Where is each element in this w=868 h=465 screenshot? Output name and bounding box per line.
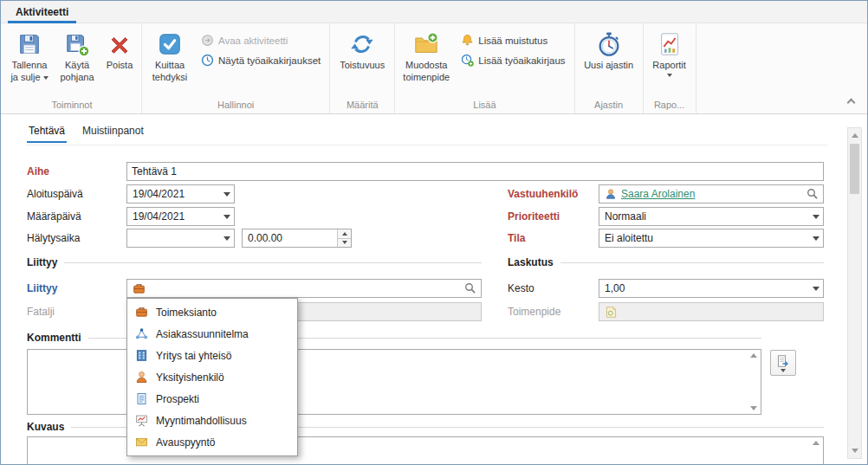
menu-item-label: Yritys tai yhteisö xyxy=(156,350,231,362)
due-date-value: 19/04/2021 xyxy=(127,210,219,223)
status-label: Tila xyxy=(508,229,525,248)
ribbon-group-label: Rapo... xyxy=(644,100,696,113)
status-select[interactable]: Ei aloitettu xyxy=(599,229,824,248)
recurrence-button[interactable]: Toistuvuus xyxy=(333,27,392,74)
ribbon-spacer xyxy=(696,23,867,113)
form-tabs: Tehtävä Muistiinpanot xyxy=(27,121,146,143)
duration-value: 1,00 xyxy=(599,282,808,294)
scrollbar-down-button[interactable] xyxy=(848,444,861,457)
alarm-time-dropdown-button[interactable] xyxy=(219,229,234,247)
add-reminder-button[interactable]: Lisää muistutus xyxy=(457,32,569,48)
add-time-entry-button[interactable]: Lisää työaikakirjaus xyxy=(457,52,569,68)
small-button-stack: Lisää muistutus Lisää työaikakirjaus xyxy=(455,27,571,68)
show-time-entries-button[interactable]: Näytä työaikakirjaukset xyxy=(197,52,325,68)
envelope-icon xyxy=(135,436,148,449)
new-timer-label: Uusi ajastin xyxy=(584,60,633,70)
group-content: Toistuvuus xyxy=(330,23,394,100)
description-scrollbar[interactable] xyxy=(809,437,823,464)
scroll-up-icon xyxy=(852,133,858,138)
window-scrollbar[interactable] xyxy=(847,127,862,459)
menu-item-avauspyynto[interactable]: Avauspyyntö xyxy=(127,431,297,453)
mark-done-button[interactable]: Kuittaa tehdyksi xyxy=(145,27,195,87)
scrollbar-thumb[interactable] xyxy=(850,144,859,194)
spin-up-button[interactable] xyxy=(338,229,351,238)
comment-actions-button[interactable] xyxy=(770,350,796,376)
briefcase-icon[interactable] xyxy=(133,282,146,295)
collapse-ribbon-button[interactable] xyxy=(845,96,857,107)
delete-button[interactable]: Poista xyxy=(100,27,139,74)
open-activity-icon xyxy=(201,34,214,47)
presentation-chart-icon xyxy=(135,414,148,427)
folder-plus-icon xyxy=(413,31,439,57)
related-section-header: Liittyy xyxy=(27,255,482,269)
briefcase-icon xyxy=(135,306,148,319)
menu-item-prospekti[interactable]: Prospekti xyxy=(127,388,297,410)
related-type-menu: Toimeksianto Asiakassuunnitelma Yritys t… xyxy=(126,298,298,456)
create-action-button[interactable]: Muodosta toimenpide xyxy=(398,27,455,87)
chevron-down-icon xyxy=(223,192,230,197)
save-and-close-label: Tallenna ja sulje xyxy=(10,60,47,82)
status-dropdown-button[interactable] xyxy=(808,229,823,247)
group-content: Raportit xyxy=(644,23,696,100)
alarm-time-spinner[interactable]: 0.00.00 xyxy=(242,229,352,248)
save-template-icon xyxy=(64,31,90,57)
priority-dropdown-button[interactable] xyxy=(808,208,823,225)
scroll-up-icon[interactable] xyxy=(750,353,757,358)
new-timer-button[interactable]: Uusi ajastin xyxy=(578,27,640,74)
section-rule xyxy=(560,262,824,263)
small-button-stack: Avaa aktiviteetti Näytä työaikakirjaukse… xyxy=(195,27,327,68)
chevron-down-icon xyxy=(813,236,819,241)
start-date-select[interactable]: 19/04/2021 xyxy=(126,184,235,203)
scroll-up-icon[interactable] xyxy=(813,441,819,445)
alarm-time-select[interactable] xyxy=(126,229,235,248)
report-chart-icon xyxy=(657,31,683,57)
responsible-person-field[interactable]: Saara Arolainen xyxy=(599,184,824,203)
chevron-down-icon xyxy=(223,236,230,241)
due-date-dropdown-button[interactable] xyxy=(219,208,234,225)
menu-item-myyntimahdollisuus[interactable]: Myyntimahdollisuus xyxy=(127,410,297,431)
ribbon-group-label: Ajastin xyxy=(575,100,643,113)
menu-item-label: Yksityishenkilö xyxy=(156,371,224,384)
search-icon[interactable] xyxy=(806,188,819,200)
tabs-divider xyxy=(25,145,827,145)
show-time-entries-label: Näytä työaikakirjaukset xyxy=(218,55,321,66)
scroll-down-icon xyxy=(852,449,858,453)
menu-item-toimeksianto[interactable]: Toimeksianto xyxy=(127,301,297,323)
reports-button[interactable]: Raportit xyxy=(646,27,693,80)
tab-tehtava[interactable]: Tehtävä xyxy=(27,121,67,143)
tab-muistiinpanot[interactable]: Muistiinpanot xyxy=(81,121,146,143)
comment-scrollbar[interactable] xyxy=(747,350,761,414)
duration-select[interactable]: 1,00 xyxy=(599,279,824,298)
menu-item-asiakassuunnitelma[interactable]: Asiakassuunnitelma xyxy=(127,323,297,345)
responsible-person-link[interactable]: Saara Arolainen xyxy=(617,188,806,200)
subject-input[interactable] xyxy=(126,162,824,181)
tab-aktiviteetti[interactable]: Aktiviteetti xyxy=(8,3,76,23)
checkbox-check-icon xyxy=(157,31,183,57)
use-as-template-button[interactable]: Käytä pohjana xyxy=(54,27,100,87)
ribbon-group-lisaa: Muodosta toimenpide Lisää muistutus Lisä… xyxy=(395,23,574,113)
priority-select[interactable]: Normaali xyxy=(599,207,824,226)
spin-down-button[interactable] xyxy=(338,238,351,248)
menu-item-yksityishenkilo[interactable]: Yksityishenkilö xyxy=(127,366,297,388)
search-icon[interactable] xyxy=(464,282,476,294)
billing-section-title: Laskutus xyxy=(508,256,554,268)
use-as-template-label: Käytä pohjana xyxy=(60,60,94,82)
ribbon-group-raportit: Raportit Rapo... xyxy=(644,23,696,113)
menu-item-label: Prospekti xyxy=(156,393,199,405)
due-date-select[interactable]: 19/04/2021 xyxy=(126,207,235,226)
menu-item-yritys-tai-yhteiso[interactable]: Yritys tai yhteisö xyxy=(127,345,297,366)
due-date-label: Määräpäivä xyxy=(27,207,81,226)
scroll-down-icon[interactable] xyxy=(750,406,757,410)
delete-label: Poista xyxy=(107,60,133,70)
clock-plus-icon xyxy=(461,54,474,67)
chevron-up-icon xyxy=(846,99,855,107)
related-label: Liittyy xyxy=(27,279,57,298)
create-action-label: Muodosta toimenpide xyxy=(403,60,450,82)
alarm-time-spinner-value: 0.00.00 xyxy=(243,232,337,244)
related-combo[interactable] xyxy=(126,279,482,298)
duration-dropdown-button[interactable] xyxy=(808,280,823,297)
start-date-label: Aloituspäivä xyxy=(27,184,83,203)
save-and-close-button[interactable]: Tallenna ja sulje xyxy=(5,27,54,87)
scrollbar-up-button[interactable] xyxy=(848,129,861,142)
start-date-dropdown-button[interactable] xyxy=(219,185,234,203)
